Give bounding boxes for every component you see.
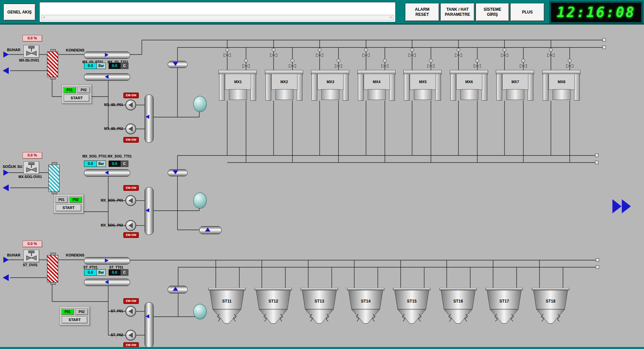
mixer-trough (321, 89, 339, 100)
next-page-arrow-icon[interactable] (612, 199, 621, 213)
mixer-left-pillar (219, 74, 225, 101)
mixer-left-pillar (450, 74, 456, 101)
silo-tank[interactable]: ST14 (346, 288, 385, 328)
sog-pump1[interactable] (125, 195, 136, 206)
silo-tank[interactable]: ST15 (392, 288, 431, 328)
isi-p02-button[interactable]: P02 (77, 87, 90, 93)
sog-drain-up-arrow-icon (205, 228, 210, 232)
mixer-valve-bottom-icon[interactable] (288, 59, 296, 69)
silo-tank[interactable]: ST18 (531, 288, 570, 328)
mixer-valve-top-icon[interactable] (270, 48, 278, 58)
isi-inlet-valve[interactable] (24, 45, 39, 58)
mixer-unit[interactable]: MX8 (542, 70, 580, 101)
alarm-banner[interactable]: < > (39, 2, 396, 22)
sog-pump2[interactable] (125, 220, 136, 231)
mixer-label: MX3 (327, 80, 334, 84)
mixer-valve-top-icon[interactable] (454, 48, 462, 58)
mixer-valve-bottom-icon[interactable] (473, 59, 481, 69)
valve-actuator-icon (24, 45, 39, 58)
sog-emsw-top-badge[interactable]: EM-SW (123, 185, 139, 191)
alarm-scrollbar[interactable]: < > (41, 15, 394, 21)
st-inlet-label: BUHAR (7, 253, 21, 257)
mixer-valve-top-icon[interactable] (223, 48, 231, 58)
mixer-unit[interactable]: MX2 (265, 70, 303, 101)
isi-heat-exchanger (47, 51, 58, 77)
sisteme-giris-button[interactable]: SİSTEME GİRİŞ (476, 3, 509, 21)
st-pump2[interactable] (125, 330, 136, 341)
mixer-left-pillar (496, 74, 502, 101)
st-percent-indicator: 0.0 % (23, 241, 42, 247)
mixer-unit[interactable]: MX1 (218, 70, 257, 101)
st-inlet-flow-arrow-icon (3, 257, 9, 263)
alarm-reset-button[interactable]: ALARM RESET (405, 3, 439, 21)
sog-pump2-label: MX_SOG_P02 (96, 223, 123, 227)
silo-label: ST11 (222, 299, 232, 304)
mixer-trough (460, 89, 478, 100)
silo-tank[interactable]: ST17 (485, 288, 524, 328)
sisteme-giris-line2: GİRİŞ (487, 12, 498, 17)
mixer-valve-bottom-icon[interactable] (566, 59, 574, 69)
mixer-valve-bottom-icon[interactable] (242, 59, 250, 69)
tank-hat-parametre-button[interactable]: TANK / HAT PARAMETRE (440, 3, 475, 21)
mixer-valve-top-icon[interactable] (316, 48, 324, 58)
isi-pump2-label: MX_ISI_P02 (96, 127, 123, 131)
plus-button[interactable]: PLUS (510, 3, 545, 21)
st-heat-exchanger (47, 255, 58, 282)
st-pump1[interactable] (125, 306, 136, 317)
sog-pt-label: MX_SOG_PT01 (82, 154, 107, 158)
st-start-button[interactable]: START (62, 316, 87, 323)
mixer-valve-bottom-icon[interactable] (381, 59, 389, 69)
mixer-body: MX2 (271, 74, 297, 90)
mixer-unit[interactable]: MX7 (496, 70, 534, 101)
silo-graphic: ST17 (485, 288, 524, 328)
mixer-unit[interactable]: MX3 (311, 70, 349, 101)
mixer-unit[interactable]: MX5 (403, 70, 442, 101)
silo-tank[interactable]: ST16 (439, 288, 478, 328)
mixer-valve-bottom-icon[interactable] (519, 59, 527, 69)
isi-tt-value: 0.0 (109, 63, 120, 69)
mixer-label: MX6 (465, 80, 473, 84)
valve-actuator-icon (24, 250, 39, 262)
st-expansion-vessel (193, 304, 207, 319)
mixer-valve-top-icon[interactable] (362, 48, 370, 58)
sog-pump1-label: MX_SOG_P01 (96, 199, 123, 202)
silo-tank[interactable]: ST11 (207, 288, 246, 328)
mixer-body: MX7 (502, 74, 528, 90)
mixer-unit[interactable]: MX6 (450, 70, 488, 101)
mixer-valve-top-icon[interactable] (547, 48, 555, 58)
mixer-valve-bottom-icon[interactable] (334, 59, 343, 69)
isi-pump1[interactable] (125, 100, 136, 110)
mixer-right-pillar (482, 74, 487, 101)
isi-pump2[interactable] (125, 124, 136, 134)
mixer-label: MX7 (512, 80, 519, 84)
st-temperature-readout: 0.0 C (109, 269, 128, 276)
mixer-left-pillar (358, 74, 364, 101)
sog-inlet-valve[interactable] (24, 162, 39, 174)
mixer-trough (368, 89, 386, 100)
sog-emsw-bottom-badge[interactable]: EM-SW (123, 232, 139, 238)
sog-p02-button[interactable]: P02 (69, 197, 82, 203)
st-pump-panel: P01 P02 START (59, 306, 90, 325)
st-p01-button[interactable]: P01 (61, 309, 74, 315)
mixer-unit[interactable]: MX4 (357, 70, 396, 101)
next-page-arrow2-icon[interactable] (622, 199, 631, 213)
silo-tank[interactable]: ST12 (254, 288, 293, 328)
mixer-left-pillar (266, 74, 271, 101)
isi-emsw-bottom-badge[interactable]: EM-SW (123, 137, 139, 143)
isi-vessel-flow-arrow-icon (105, 53, 109, 57)
isi-p01-button[interactable]: P01 (63, 87, 76, 93)
sog-p01-button[interactable]: P01 (55, 197, 68, 203)
genel-akis-button[interactable]: GENEL AKIŞ (3, 4, 36, 21)
mixer-valve-bottom-icon[interactable] (427, 59, 435, 69)
alarm-scroll-right-icon[interactable]: > (390, 15, 392, 20)
alarm-scroll-left-icon[interactable]: < (43, 15, 45, 20)
isi-emsw-top-badge[interactable]: EM-SW (123, 93, 139, 98)
mixer-valve-top-icon[interactable] (408, 48, 416, 58)
st-inlet-valve[interactable] (24, 250, 39, 263)
mixer-valve-top-icon[interactable] (500, 48, 509, 58)
sog-start-button[interactable]: START (56, 204, 81, 211)
isi-start-button[interactable]: START (64, 95, 89, 102)
st-p02-button[interactable]: P02 (75, 309, 88, 315)
st-emsw-top-badge[interactable]: EM-SW (123, 298, 139, 304)
silo-tank[interactable]: ST13 (300, 288, 339, 328)
